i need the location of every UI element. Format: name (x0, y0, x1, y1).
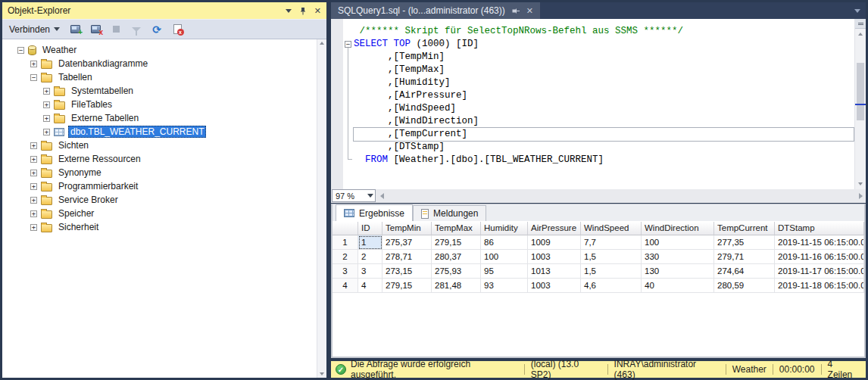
tree-item-synonyme[interactable]: +Synonyme (2, 166, 317, 179)
tree-item-service-broker[interactable]: +Service Broker (2, 193, 317, 207)
close-icon[interactable]: ✕ (526, 7, 533, 15)
grid-cell[interactable]: 1,5 (581, 250, 642, 264)
grid-cell[interactable]: 40 (642, 279, 714, 293)
column-header-windspeed[interactable]: WindSpeed (581, 222, 642, 235)
expander-icon[interactable]: + (43, 88, 50, 95)
grid-cell[interactable]: 277,35 (714, 235, 775, 250)
editor-text-area[interactable]: /****** Skript für SelectTopNRows-Befehl… (354, 25, 854, 167)
document-tab[interactable]: SQLQuery1.sql - (lo...administrator (463… (331, 2, 540, 19)
grid-cell[interactable]: 2019-11-18 06:15:00.000 (775, 279, 864, 293)
editor-scrollbar[interactable] (854, 19, 866, 189)
pin-icon[interactable] (299, 7, 307, 15)
tree-item-sicherheit[interactable]: +Sicherheit (2, 220, 317, 234)
grid-cell[interactable]: 1003 (528, 279, 581, 293)
expander-icon[interactable]: + (30, 224, 37, 231)
grid-cell[interactable]: 1003 (528, 250, 581, 264)
tree-item-systemtabellen[interactable]: +Systemtabellen (2, 84, 317, 98)
grid-cell[interactable]: 93 (481, 279, 528, 293)
column-header-id[interactable]: ID (358, 222, 382, 235)
grid-corner-header[interactable] (333, 222, 358, 235)
grid-cell[interactable]: 3 (358, 264, 382, 279)
expander-icon[interactable]: − (17, 47, 24, 54)
row-header[interactable]: 2 (333, 250, 358, 264)
tree-item-filetables[interactable]: +FileTables (2, 98, 317, 111)
tree-item-weather[interactable]: −Weather (2, 43, 317, 57)
row-header[interactable]: 1 (333, 235, 358, 250)
column-header-humidity[interactable]: Humidity (481, 222, 528, 235)
expander-icon[interactable]: + (43, 101, 50, 108)
grid-cell[interactable]: 7,7 (581, 235, 642, 250)
tree-item-sichten[interactable]: +Sichten (2, 139, 317, 152)
grid-cell[interactable]: 281,48 (432, 279, 481, 293)
grid-cell[interactable]: 130 (642, 264, 714, 279)
column-header-dtstamp[interactable]: DTStamp (775, 222, 864, 235)
tree-item-speicher[interactable]: +Speicher (2, 207, 317, 220)
script-error-icon[interactable]: x (170, 23, 185, 36)
expander-icon[interactable]: + (30, 61, 37, 67)
column-header-tempcurrent[interactable]: TempCurrent (714, 222, 775, 235)
tab-list-dropdown-icon[interactable] (854, 9, 860, 13)
grid-cell[interactable]: 1009 (528, 235, 581, 250)
grid-cell[interactable]: 2019-11-16 06:15:00.000 (775, 250, 864, 264)
expander-icon[interactable]: + (30, 170, 37, 176)
expander-icon[interactable]: + (30, 210, 37, 217)
sql-editor[interactable]: − /****** Skript für SelectTopNRows-Befe… (331, 19, 866, 189)
grid-cell[interactable]: 95 (481, 264, 528, 279)
grid-cell[interactable]: 279,15 (432, 235, 481, 250)
disconnect-server-icon[interactable]: x (88, 23, 103, 36)
scroll-down-icon[interactable] (320, 372, 324, 375)
tree-item-externe-ressourcen[interactable]: +Externe Ressourcen (2, 152, 317, 166)
grid-cell[interactable]: 330 (642, 250, 714, 264)
scroll-left-icon[interactable] (380, 193, 384, 199)
collapse-region-icon[interactable]: − (345, 41, 351, 48)
column-header-airpressure[interactable]: AirPressure (528, 222, 581, 235)
connect-button[interactable]: Verbinden (7, 23, 62, 36)
tree-scrollbar[interactable] (317, 39, 326, 378)
expander-icon[interactable]: + (30, 156, 37, 163)
refresh-icon[interactable]: ⟳ (149, 23, 164, 36)
connect-server-icon[interactable]: + (67, 23, 83, 36)
tree-item-tabellen[interactable]: −Tabellen (2, 70, 317, 84)
grid-cell[interactable]: 275,93 (432, 264, 481, 279)
column-header-tempmin[interactable]: TempMin (382, 222, 432, 235)
grid-cell[interactable]: 100 (642, 235, 714, 250)
expander-icon[interactable]: + (30, 197, 37, 204)
grid-cell[interactable]: 2019-11-15 06:15:00.000 (775, 235, 864, 250)
scroll-right-icon[interactable] (859, 193, 863, 199)
editor-hscrollbar[interactable] (377, 189, 866, 203)
grid-cell[interactable]: 279,15 (382, 279, 432, 293)
scrollbar-track[interactable] (855, 39, 866, 179)
expander-icon[interactable]: + (43, 129, 50, 135)
grid-cell[interactable]: 275,37 (382, 235, 432, 250)
window-position-icon[interactable] (286, 9, 292, 13)
tree-item-datenbankdiagramme[interactable]: +Datenbankdiagramme (2, 57, 317, 70)
editor-zoom-select[interactable]: 97 % (332, 189, 376, 202)
row-header[interactable]: 3 (333, 264, 358, 279)
grid-cell[interactable]: 100 (481, 250, 528, 264)
grid-cell[interactable]: 1013 (528, 264, 581, 279)
close-icon[interactable]: ✕ (314, 7, 321, 15)
grid-cell[interactable]: 279,71 (714, 250, 775, 264)
scrollbar-thumb[interactable] (857, 63, 864, 120)
expander-icon[interactable]: + (43, 115, 50, 122)
column-header-winddirection[interactable]: WindDirection (642, 222, 714, 235)
tree-item-programmierbarkeit[interactable]: +Programmierbarkeit (2, 179, 317, 193)
scroll-up-icon[interactable] (855, 29, 866, 39)
object-explorer-titlebar[interactable]: Objekt-Explorer ✕ (2, 2, 326, 19)
tree-item-externe-tabellen[interactable]: +Externe Tabellen (2, 111, 317, 125)
splitter-handle-icon[interactable] (855, 19, 866, 29)
tree-item-dbo-tbl-weather-current[interactable]: +dbo.TBL_WEATHER_CURRENT (2, 125, 317, 139)
grid-cell[interactable]: 280,59 (714, 279, 775, 293)
column-header-tempmax[interactable]: TempMax (432, 222, 481, 235)
grid-cell[interactable]: 4,6 (581, 279, 642, 293)
tab-meldungen[interactable]: Meldungen (413, 205, 486, 221)
pin-icon[interactable] (512, 7, 520, 15)
grid-cell[interactable]: 1,5 (581, 264, 642, 279)
grid-cell[interactable]: 2 (358, 250, 382, 264)
scroll-up-icon[interactable] (320, 42, 324, 45)
grid-cell[interactable]: 274,64 (714, 264, 775, 279)
grid-cell[interactable]: 2019-11-17 06:15:00.000 (775, 264, 864, 279)
expander-icon[interactable]: + (30, 183, 37, 190)
scroll-down-icon[interactable] (855, 179, 866, 189)
expander-icon[interactable]: + (30, 142, 37, 149)
